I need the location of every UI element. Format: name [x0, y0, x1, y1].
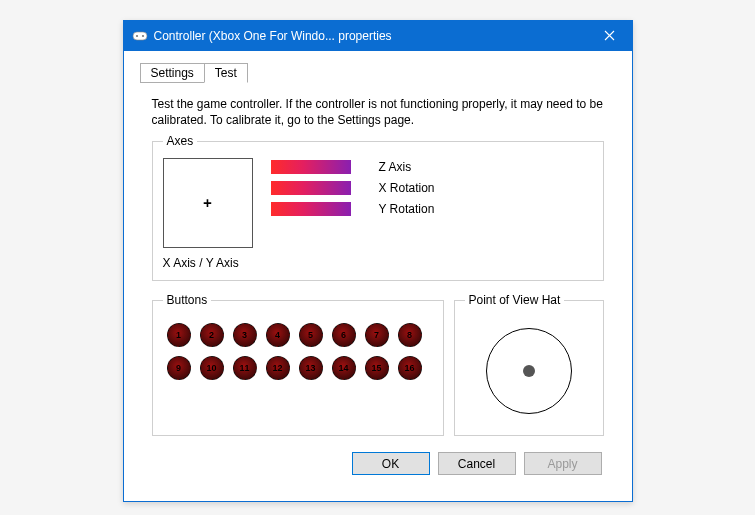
- x-rotation-bar: [271, 181, 351, 195]
- xy-axis-box: +: [163, 158, 253, 248]
- svg-rect-0: [133, 32, 147, 40]
- controller-button-16: 16: [398, 356, 422, 380]
- controller-button-15: 15: [365, 356, 389, 380]
- controller-button-6: 6: [332, 323, 356, 347]
- pov-group: Point of View Hat: [454, 293, 604, 436]
- axes-group: Axes + X Axis / Y Axis Z Axis: [152, 134, 604, 281]
- svg-point-1: [135, 35, 137, 37]
- titlebar[interactable]: Controller (Xbox One For Windo... proper…: [124, 21, 632, 51]
- pov-dot-icon: [523, 365, 535, 377]
- controller-button-4: 4: [266, 323, 290, 347]
- apply-button: Apply: [524, 452, 602, 475]
- y-rotation-bar: [271, 202, 351, 216]
- pov-hat-indicator: [486, 328, 572, 414]
- axes-legend: Axes: [163, 134, 198, 148]
- tab-panel-test: Test the game controller. If the control…: [140, 82, 616, 489]
- close-icon: [604, 28, 615, 44]
- pov-legend: Point of View Hat: [465, 293, 565, 307]
- cancel-button[interactable]: Cancel: [438, 452, 516, 475]
- controller-button-14: 14: [332, 356, 356, 380]
- tab-settings[interactable]: Settings: [140, 63, 205, 83]
- controller-button-9: 9: [167, 356, 191, 380]
- controller-icon: [132, 28, 148, 44]
- controller-button-11: 11: [233, 356, 257, 380]
- controller-button-1: 1: [167, 323, 191, 347]
- z-axis-label: Z Axis: [379, 160, 412, 174]
- dialog-footer: OK Cancel Apply: [152, 448, 604, 477]
- buttons-legend: Buttons: [163, 293, 212, 307]
- z-axis-bar: [271, 160, 351, 174]
- controller-button-13: 13: [299, 356, 323, 380]
- controller-button-7: 7: [365, 323, 389, 347]
- y-rotation-label: Y Rotation: [379, 202, 435, 216]
- controller-button-2: 2: [200, 323, 224, 347]
- xy-crosshair-icon: +: [203, 195, 211, 211]
- controller-button-3: 3: [233, 323, 257, 347]
- tab-test[interactable]: Test: [204, 63, 248, 83]
- buttons-group: Buttons 12345678910111213141516: [152, 293, 444, 436]
- xy-axis-label: X Axis / Y Axis: [163, 256, 239, 270]
- tab-bar: Settings Test: [140, 63, 616, 83]
- svg-point-2: [141, 35, 143, 37]
- controller-button-12: 12: [266, 356, 290, 380]
- controller-button-8: 8: [398, 323, 422, 347]
- properties-dialog: Controller (Xbox One For Windo... proper…: [123, 20, 633, 502]
- client-area: Settings Test Test the game controller. …: [124, 51, 632, 501]
- controller-button-10: 10: [200, 356, 224, 380]
- close-button[interactable]: [588, 21, 632, 51]
- controller-button-5: 5: [299, 323, 323, 347]
- ok-button[interactable]: OK: [352, 452, 430, 475]
- intro-text: Test the game controller. If the control…: [152, 96, 604, 128]
- x-rotation-label: X Rotation: [379, 181, 435, 195]
- window-title: Controller (Xbox One For Windo... proper…: [154, 29, 588, 43]
